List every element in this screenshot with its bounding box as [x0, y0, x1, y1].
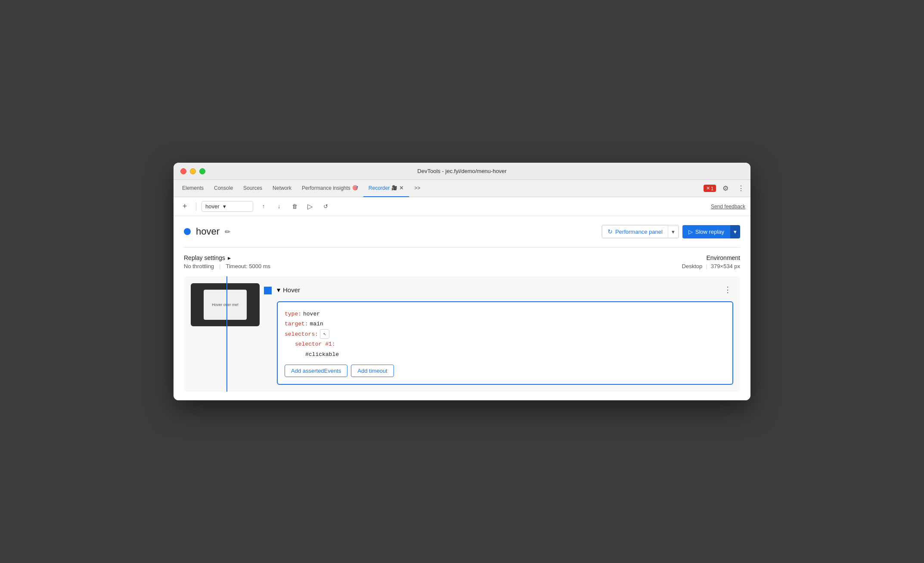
step-menu-button[interactable]: ⋮ [722, 283, 733, 296]
settings-chevron-icon: ▸ [228, 254, 231, 261]
replay-settings-toggle[interactable]: Replay settings ▸ [184, 254, 682, 261]
export-icon: ↑ [262, 203, 265, 210]
settings-left: Replay settings ▸ No throttling | Timeou… [184, 254, 682, 269]
replay-icon: ▷ [307, 202, 313, 210]
recording-selector[interactable]: hover ▾ [202, 201, 253, 212]
tab-sources[interactable]: Sources [238, 180, 267, 197]
recorder-icon: 🎥 [391, 185, 397, 191]
timeline-line [226, 276, 227, 392]
slow-replay-button[interactable]: ▷ Slow replay [682, 225, 730, 238]
code-line-type: type: hover [285, 309, 726, 319]
settings-meta: No throttling | Timeout: 5000 ms [184, 263, 682, 269]
recording-dot [184, 228, 191, 235]
perf-panel-button-group: ↻ Performance panel ▾ [602, 225, 679, 238]
chevron-down-icon: ▾ [672, 229, 675, 235]
selector1-key: selector #1: [295, 339, 335, 349]
code-line-selector1: selector #1: [295, 339, 726, 349]
recording-name: hover [196, 226, 220, 237]
code-block: type: hover target: main selectors: ↖ se… [277, 301, 733, 385]
export-button[interactable]: ↑ [257, 200, 270, 213]
step-dot [264, 287, 272, 294]
replay-button[interactable]: ▷ [303, 200, 317, 213]
selector-picker-icon[interactable]: ↖ [320, 329, 329, 339]
edit-name-icon[interactable]: ✏ [225, 228, 230, 236]
tab-close-icon[interactable]: ✕ [399, 185, 404, 191]
header-divider [184, 247, 740, 247]
gear-icon: ⚙ [722, 184, 729, 192]
step-title: Hover [283, 286, 300, 294]
header-actions: ↻ Performance panel ▾ ▷ Slow replay ▾ [602, 225, 740, 238]
performance-insights-icon: 🎯 [352, 185, 358, 191]
import-button[interactable]: ↓ [272, 200, 286, 213]
step-sidebar: Hover over me! [184, 276, 270, 392]
settings-right: Environment Desktop | 379×534 px [682, 254, 740, 269]
traffic-lights [180, 168, 205, 174]
add-recording-button[interactable]: + [179, 201, 191, 213]
toolbar-actions: ↑ ↓ 🗑 ▷ ↺ [257, 200, 332, 213]
code-line-selector1-val: #clickable [305, 350, 726, 359]
slow-replay-chevron-icon: ▾ [734, 229, 737, 235]
slow-replay-button-group: ▷ Slow replay ▾ [682, 225, 740, 238]
tab-console[interactable]: Console [209, 180, 238, 197]
environment-label: Environment [682, 254, 740, 261]
resolution-label: 379×534 px [711, 263, 740, 269]
undo-button[interactable]: ↺ [319, 200, 332, 213]
throttling-label: No throttling [184, 263, 219, 269]
toolbar-left: + hover ▾ ↑ ↓ 🗑 ▷ [179, 200, 711, 213]
error-badge[interactable]: ✕ 1 [704, 185, 716, 192]
tab-network[interactable]: Network [267, 180, 297, 197]
desktop-label: Desktop [682, 263, 703, 269]
environment-meta: Desktop | 379×534 px [682, 263, 740, 269]
settings-button[interactable]: ⚙ [719, 183, 732, 195]
tab-performance-insights[interactable]: Performance insights 🎯 [297, 180, 363, 197]
tab-recorder[interactable]: Recorder 🎥 ✕ [363, 180, 409, 197]
tab-elements[interactable]: Elements [177, 180, 209, 197]
step-preview: Hover over me! [191, 283, 260, 326]
minimize-button[interactable] [190, 168, 196, 174]
more-button[interactable]: ⋮ [735, 183, 747, 195]
steps-container: Hover over me! ▾ Hover ⋮ [184, 276, 740, 392]
dropdown-icon: ▾ [223, 203, 226, 210]
undo-icon: ↺ [323, 203, 328, 210]
performance-panel-dropdown[interactable]: ▾ [668, 226, 679, 238]
window-title: DevTools - jec.fyi/demo/menu-hover [417, 168, 506, 174]
code-line-target: target: main [285, 319, 726, 329]
recording-header: hover ✏ ↻ Performance panel ▾ ▷ Slow rep… [184, 225, 740, 238]
type-val: hover [303, 309, 320, 319]
delete-icon: 🗑 [292, 203, 298, 210]
slow-replay-dropdown[interactable]: ▾ [730, 225, 740, 238]
target-key: target: [285, 319, 308, 329]
devtools-window: DevTools - jec.fyi/demo/menu-hover Eleme… [174, 163, 750, 400]
step-header: ▾ Hover ⋮ [277, 283, 733, 296]
recorder-toolbar: + hover ▾ ↑ ↓ 🗑 ▷ [174, 197, 750, 216]
selector1-val: #clickable [305, 350, 339, 359]
step-preview-inner: Hover over me! [204, 290, 247, 320]
import-icon: ↓ [278, 203, 281, 210]
perf-panel-icon: ↻ [608, 228, 613, 235]
timeout-label: Timeout: 5000 ms [226, 263, 276, 269]
step-collapse-icon[interactable]: ▾ [277, 286, 280, 294]
close-button[interactable] [180, 168, 186, 174]
title-bar: DevTools - jec.fyi/demo/menu-hover [174, 163, 750, 180]
slow-replay-play-icon: ▷ [688, 229, 693, 235]
selectors-key: selectors: [285, 329, 318, 339]
step-main: ▾ Hover ⋮ type: hover target: main selec… [270, 276, 740, 392]
error-x-icon: ✕ [706, 186, 710, 191]
action-buttons: Add assertedEvents Add timeout [285, 365, 726, 377]
send-feedback-link[interactable]: Send feedback [711, 204, 745, 210]
add-asserted-events-button[interactable]: Add assertedEvents [285, 365, 347, 377]
tab-overflow[interactable]: >> [409, 180, 425, 197]
target-val: main [310, 319, 323, 329]
step-preview-text: Hover over me! [212, 303, 239, 307]
delete-button[interactable]: 🗑 [288, 200, 301, 213]
code-line-selectors: selectors: ↖ [285, 329, 726, 339]
add-timeout-button[interactable]: Add timeout [351, 365, 394, 377]
type-key: type: [285, 309, 301, 319]
maximize-button[interactable] [199, 168, 205, 174]
tabs-bar: Elements Console Sources Network Perform… [174, 180, 750, 197]
performance-panel-button[interactable]: ↻ Performance panel [602, 225, 668, 238]
main-content: hover ✏ ↻ Performance panel ▾ ▷ Slow rep… [174, 216, 750, 400]
toolbar-divider [196, 202, 196, 211]
settings-section: Replay settings ▸ No throttling | Timeou… [184, 254, 740, 269]
more-icon: ⋮ [738, 184, 744, 192]
